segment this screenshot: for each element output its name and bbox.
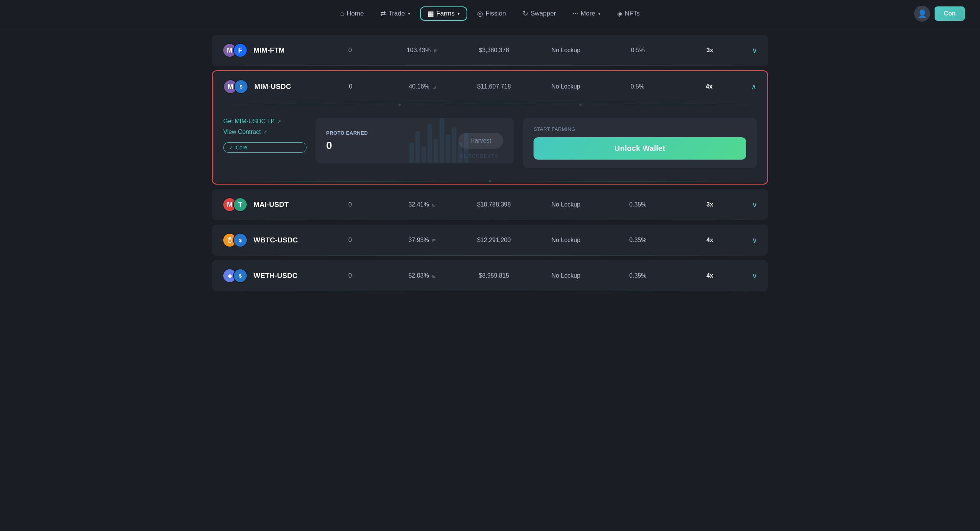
connect-button[interactable]: Con	[935, 6, 965, 21]
apr-grid-icon-0: ⊞	[434, 48, 438, 53]
farm-card-wbtc-usdc: ₿ $ WBTC-USDC 0 37.93% ⊞ $12,291,200 No …	[212, 225, 768, 256]
view-contract-label: View Contract	[223, 129, 261, 135]
apr-grid-icon-2: ⊞	[432, 203, 436, 207]
farm-multiplier-mai-usdt: 0	[314, 201, 386, 208]
connector-bottom	[213, 178, 767, 184]
chevron-weth-usdc: ∨	[752, 271, 757, 280]
farm-apr-mai-usdt: 32.41% ⊞	[386, 201, 458, 208]
nav-farms[interactable]: ▦ Farms ▾	[420, 6, 467, 21]
core-label: Core	[236, 145, 247, 151]
apr-grid-icon-3: ⊞	[432, 238, 436, 243]
pair-icons-wbtc-usdc: ₿ $	[223, 233, 247, 247]
farm-mult-weth-usdc: 4x	[674, 272, 746, 279]
connector-line-2	[402, 105, 578, 105]
earned-left: PROTO EARNED 0	[326, 130, 368, 152]
chevron-mim-ftm: ∨	[752, 46, 757, 55]
coin-usdc-icon: $	[234, 79, 248, 94]
nav-nfts[interactable]: ◈ NFTs	[610, 6, 647, 21]
swapper-icon: ↻	[523, 10, 528, 18]
farms-icon: ▦	[428, 10, 434, 18]
watermark-bar	[440, 118, 444, 164]
nav-right: 👤 Con	[914, 6, 965, 22]
farm-mult-wbtc-usdc: 4x	[674, 237, 746, 243]
more-dropdown-icon: ▾	[598, 11, 600, 16]
view-contract-link[interactable]: View Contract ↗	[223, 129, 307, 135]
nav-more[interactable]: ··· More ▾	[566, 6, 607, 21]
watermark-bar	[428, 124, 432, 164]
get-lp-label: Get MIM-USDC LP	[223, 118, 275, 125]
farm-liquidity-wbtc-usdc: $12,291,200	[458, 237, 530, 243]
nav-swapper[interactable]: ↻ Swapper	[516, 6, 563, 21]
farm-row-mai-usdt[interactable]: M T MAI-USDT 0 32.41% ⊞ $10,788,398 No L…	[212, 189, 768, 220]
connector-dot-3	[489, 180, 491, 182]
unlock-wallet-button[interactable]: Unlock Wallet	[533, 137, 746, 160]
apr-grid-icon-1: ⊞	[433, 85, 436, 89]
nav-farms-label: Farms	[436, 10, 455, 17]
pair-name-wbtc-usdc: WBTC-USDC	[253, 236, 314, 244]
farm-multiplier-mim-usdc: 0	[315, 83, 387, 90]
watermark-bar	[422, 146, 426, 164]
watermark-bar	[452, 127, 456, 164]
farm-lockup-mai-usdt: No Lockup	[530, 201, 602, 208]
farm-apr-wbtc-usdc: 37.93% ⊞	[386, 237, 458, 243]
trade-dropdown-icon: ▾	[408, 11, 410, 16]
farm-fee-mim-ftm: 0.5%	[602, 47, 674, 54]
farming-panel: START FARMING Unlock Wallet	[523, 118, 757, 168]
core-check-icon: ✓	[229, 145, 234, 151]
farm-apr-mim-ftm: 103.43% ⊞	[386, 47, 458, 54]
nav-swapper-label: Swapper	[530, 10, 556, 17]
connector-line-4	[222, 181, 487, 181]
trade-icon: ⇄	[380, 10, 386, 18]
farm-row-mim-usdc[interactable]: M $ MIM-USDC 0 40.16% ⊞ $11,607,718 No L…	[213, 71, 767, 102]
farm-expanded-mim-usdc: Get MIM-USDC LP ↗ View Contract ↗ ✓ Core…	[213, 107, 767, 178]
watermark-bar	[434, 139, 438, 164]
earned-label: PROTO EARNED	[326, 130, 368, 136]
nav-trade[interactable]: ⇄ Trade ▾	[374, 6, 417, 21]
farm-card-mim-usdc: M $ MIM-USDC 0 40.16% ⊞ $11,607,718 No L…	[212, 70, 768, 184]
coin-usdc2-icon: $	[233, 233, 247, 247]
nav-fission-label: Fission	[485, 10, 506, 17]
proto-earned-label: PROTO EARNED	[326, 130, 368, 136]
get-lp-link[interactable]: Get MIM-USDC LP ↗	[223, 118, 307, 125]
watermark-bar	[409, 143, 414, 164]
nav-home-label: Home	[347, 10, 364, 17]
farm-row-wbtc-usdc[interactable]: ₿ $ WBTC-USDC 0 37.93% ⊞ $12,291,200 No …	[212, 225, 768, 256]
farm-fee-mai-usdt: 0.35%	[602, 201, 674, 208]
pair-name-weth-usdc: WETH-USDC	[253, 272, 314, 280]
farm-liquidity-mim-usdc: $11,607,718	[458, 83, 530, 90]
avatar-icon: 👤	[918, 9, 927, 18]
navbar: ⌂ Home ⇄ Trade ▾ ▦ Farms ▾ ◎ Fission ↻ S…	[0, 0, 980, 27]
nav-items: ⌂ Home ⇄ Trade ▾ ▦ Farms ▾ ◎ Fission ↻ S…	[333, 6, 647, 21]
nav-more-label: More	[581, 10, 595, 17]
more-icon: ···	[573, 10, 578, 17]
farming-label: START FARMING	[533, 126, 746, 132]
farm-lockup-weth-usdc: No Lockup	[530, 272, 602, 279]
earned-panel: PROTO EARNED 0 BLOCKBEATS Harvest	[315, 118, 514, 164]
nav-trade-label: Trade	[388, 10, 405, 17]
farm-fee-weth-usdc: 0.35%	[602, 272, 674, 279]
watermark-bar	[458, 143, 462, 164]
pair-name-mai-usdt: MAI-USDT	[253, 200, 314, 209]
farm-mult-mim-ftm: 3x	[674, 47, 746, 54]
connector-dot-1	[398, 103, 401, 106]
external-link-icon-2: ↗	[263, 129, 267, 135]
farm-multiplier-mim-ftm: 0	[314, 47, 386, 54]
fission-icon: ◎	[477, 10, 483, 18]
farm-liquidity-mim-ftm: $3,380,378	[458, 47, 530, 54]
farm-fee-wbtc-usdc: 0.35%	[602, 237, 674, 243]
farm-apr-weth-usdc: 52.03% ⊞	[386, 272, 458, 279]
farm-row-mim-ftm[interactable]: M F MIM-FTM 0 103.43% ⊞ $3,380,378 No Lo…	[212, 35, 768, 66]
farm-liquidity-weth-usdc: $8,959,815	[458, 272, 530, 279]
home-icon: ⌂	[340, 10, 344, 17]
main-content: M F MIM-FTM 0 103.43% ⊞ $3,380,378 No Lo…	[197, 27, 783, 303]
pair-icons-weth-usdc: ◆ $	[223, 269, 247, 283]
chevron-mim-usdc: ∧	[751, 82, 757, 91]
core-badge: ✓ Core	[223, 142, 307, 153]
avatar-button[interactable]: 👤	[914, 6, 930, 22]
coin-usdt-icon: T	[233, 197, 247, 212]
nav-home[interactable]: ⌂ Home	[333, 6, 371, 21]
pair-icons-mim-ftm: M F	[223, 43, 247, 57]
farm-row-weth-usdc[interactable]: ◆ $ WETH-USDC 0 52.03% ⊞ $8,959,815 No L…	[212, 260, 768, 291]
nav-fission[interactable]: ◎ Fission	[470, 6, 513, 21]
farm-card-weth-usdc: ◆ $ WETH-USDC 0 52.03% ⊞ $8,959,815 No L…	[212, 260, 768, 291]
